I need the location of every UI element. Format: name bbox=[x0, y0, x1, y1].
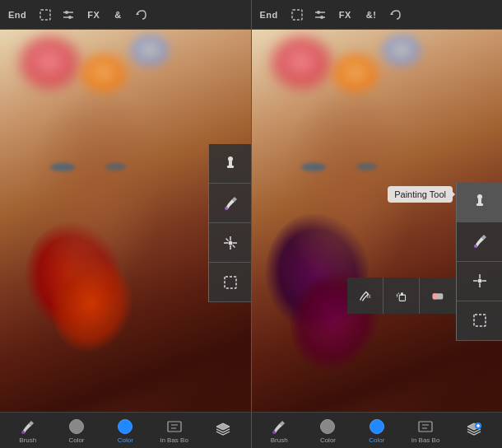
sliders-icon-right[interactable] bbox=[313, 7, 328, 22]
add-icon-right bbox=[465, 421, 483, 439]
svg-rect-41 bbox=[168, 422, 181, 432]
fx-sub-tool[interactable]: fx bbox=[347, 278, 383, 314]
right-canvas-panel: Painting Tool bbox=[252, 30, 503, 412]
selection-icon-left[interactable] bbox=[38, 7, 53, 22]
brush-icon-right bbox=[270, 418, 288, 436]
svg-rect-21 bbox=[225, 277, 236, 288]
stamp-tool-left[interactable] bbox=[209, 144, 252, 184]
layers-tool-left[interactable] bbox=[208, 421, 238, 440]
top-toolbar: End FX & End FX &! bbox=[0, 0, 502, 30]
tool-popup-panel: fx bbox=[456, 183, 502, 341]
brush-label-right: Brush bbox=[271, 436, 288, 444]
svg-text:fx: fx bbox=[366, 293, 371, 299]
svg-point-25 bbox=[474, 245, 477, 248]
toolbar-right: End FX &! bbox=[252, 0, 503, 30]
svg-rect-11 bbox=[229, 161, 232, 166]
selection-icon-right[interactable] bbox=[290, 7, 304, 22]
color-circle-gray-left bbox=[67, 418, 86, 436]
svg-rect-5 bbox=[292, 10, 302, 20]
painting-tool-tooltip: Painting Tool bbox=[388, 186, 453, 203]
brush-sub-tool[interactable] bbox=[457, 222, 502, 262]
svg-rect-33 bbox=[433, 293, 437, 299]
fx-button-right[interactable]: FX bbox=[336, 8, 355, 21]
svg-point-9 bbox=[320, 16, 323, 19]
sparkle-tool-left[interactable] bbox=[209, 223, 252, 263]
svg-rect-0 bbox=[40, 10, 50, 20]
svg-point-31 bbox=[396, 296, 397, 296]
layers-icon-left bbox=[214, 421, 232, 439]
svg-rect-45 bbox=[419, 422, 432, 432]
color-label-blue-left: Color bbox=[118, 436, 133, 444]
sparkle-tool-right[interactable] bbox=[457, 262, 502, 301]
brush-label-left: Brush bbox=[19, 436, 36, 444]
svg-point-30 bbox=[397, 292, 398, 293]
selection-tool-right[interactable] bbox=[457, 301, 502, 341]
svg-point-29 bbox=[396, 294, 397, 296]
selection-tool-left[interactable] bbox=[209, 263, 252, 302]
and-excl-button-right[interactable]: &! bbox=[363, 8, 380, 21]
bottom-toolbar-right: Brush Color Color bbox=[252, 413, 503, 448]
svg-point-4 bbox=[68, 16, 72, 19]
sliders-icon-left[interactable] bbox=[61, 7, 76, 22]
svg-rect-23 bbox=[478, 198, 481, 204]
undo-icon-left[interactable] bbox=[133, 7, 148, 22]
color-tool-blue-left[interactable]: Color bbox=[110, 418, 140, 444]
svg-line-19 bbox=[232, 245, 235, 247]
color-tool-gray-right[interactable]: Color bbox=[313, 418, 342, 444]
svg-point-3 bbox=[65, 11, 68, 14]
stamp-tool-right[interactable] bbox=[457, 183, 502, 222]
in-bas-bot-label-left: In Bas Bo bbox=[160, 436, 188, 444]
bottom-toolbar: Brush Color Color bbox=[0, 412, 502, 448]
svg-point-20 bbox=[228, 240, 232, 245]
color-tool-blue-right[interactable]: Color bbox=[362, 418, 392, 444]
brush-tool-bottom-right[interactable]: Brush bbox=[264, 418, 294, 444]
svg-point-44 bbox=[272, 431, 276, 434]
app-container: End FX & End FX &! bbox=[0, 0, 502, 448]
svg-point-24 bbox=[477, 194, 482, 199]
svg-point-12 bbox=[228, 156, 233, 161]
in-bas-bot-tool-right[interactable]: In Bas Bo bbox=[411, 418, 440, 444]
svg-rect-39 bbox=[474, 315, 486, 326]
sub-tools-row: fx bbox=[347, 278, 456, 314]
svg-point-13 bbox=[225, 207, 228, 210]
main-area: Painting Tool bbox=[0, 30, 502, 412]
in-bas-bot-tool-left[interactable]: In Bas Bo bbox=[160, 418, 189, 444]
svg-point-8 bbox=[317, 11, 320, 14]
svg-rect-27 bbox=[399, 295, 405, 301]
toolbar-left: End FX & bbox=[0, 0, 252, 30]
brush-icon-left bbox=[19, 418, 37, 436]
color-label-gray-right: Color bbox=[320, 436, 336, 444]
end-button-left[interactable]: End bbox=[5, 8, 30, 21]
color-circle-blue-right bbox=[368, 418, 386, 436]
in-bas-bot-icon-right bbox=[416, 418, 435, 436]
color-circle-blue-left bbox=[116, 418, 134, 436]
svg-line-18 bbox=[225, 238, 228, 240]
brush-tool-bottom-left[interactable]: Brush bbox=[13, 418, 43, 444]
eraser-sub-tool[interactable] bbox=[420, 278, 456, 314]
left-canvas-panel bbox=[0, 30, 252, 412]
svg-rect-28 bbox=[401, 292, 403, 296]
left-tools-panel bbox=[208, 144, 251, 302]
add-tool-right[interactable] bbox=[459, 421, 489, 440]
and-button-left[interactable]: & bbox=[111, 8, 124, 21]
undo-icon-right[interactable] bbox=[388, 7, 402, 22]
color-label-blue-right: Color bbox=[369, 436, 384, 444]
end-button-right[interactable]: End bbox=[257, 8, 281, 21]
svg-point-40 bbox=[21, 431, 25, 434]
brush-tool-left[interactable] bbox=[209, 184, 252, 223]
color-tool-gray-left[interactable]: Color bbox=[62, 418, 91, 444]
bottom-toolbar-left: Brush Color Color bbox=[0, 413, 252, 448]
fx-button-left[interactable]: FX bbox=[84, 8, 103, 21]
spray-sub-tool[interactable] bbox=[383, 278, 420, 314]
color-circle-gray-right bbox=[318, 418, 337, 436]
in-bas-bot-icon-left bbox=[165, 418, 184, 436]
svg-point-38 bbox=[478, 279, 482, 283]
color-label-gray-left: Color bbox=[68, 436, 84, 444]
in-bas-bot-label-right: In Bas Bo bbox=[411, 436, 440, 444]
